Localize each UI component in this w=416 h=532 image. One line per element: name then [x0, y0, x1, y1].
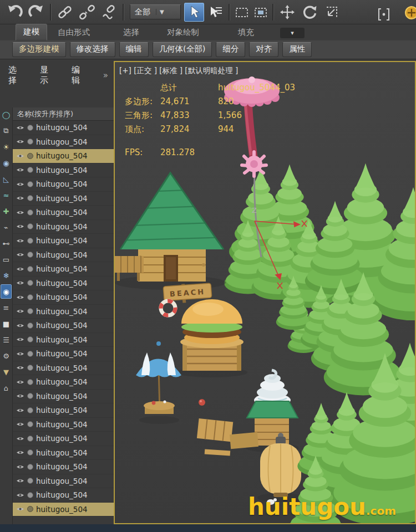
scene-explorer-row[interactable]: huitugou_504: [13, 333, 114, 347]
render-dot-icon[interactable]: [27, 365, 33, 371]
scene-explorer-row[interactable]: huitugou_504: [13, 390, 114, 404]
scene-explorer-row[interactable]: huitugou_504: [13, 361, 114, 376]
detail-list-icon[interactable]: ☰: [1, 332, 12, 347]
selection-filter-dropdown[interactable]: 全部 ▼: [130, 4, 181, 19]
select-object-icon[interactable]: [184, 3, 204, 22]
select-and-link-icon[interactable]: [54, 2, 76, 22]
visibility-eye-icon[interactable]: [16, 294, 24, 300]
redo-icon[interactable]: [26, 2, 48, 22]
visibility-eye-icon[interactable]: [16, 153, 24, 159]
render-dot-icon[interactable]: [27, 125, 33, 131]
panel-modify-selection-button[interactable]: 修改选择: [70, 42, 115, 57]
visibility-eye-icon[interactable]: [16, 478, 24, 484]
scene-explorer-row[interactable]: huitugou_504: [13, 347, 114, 361]
render-dot-icon[interactable]: [27, 449, 33, 456]
filter-settings-icon[interactable]: ⚙: [1, 349, 12, 363]
render-dot-icon[interactable]: [27, 351, 33, 357]
render-dot-icon[interactable]: [27, 209, 33, 216]
viewport-label[interactable]: [+] [正交 ] [标准 ] [默认明暗处理 ]: [119, 66, 238, 76]
display-lights-icon[interactable]: ☀: [1, 140, 12, 154]
folder-icon[interactable]: ⌂: [1, 381, 12, 395]
scene-explorer-row[interactable]: huitugou_504: [13, 375, 114, 390]
scene-explorer-row[interactable]: huitugou_504: [13, 262, 114, 277]
render-dot-icon[interactable]: [27, 223, 33, 229]
visibility-eye-icon[interactable]: [16, 365, 24, 371]
render-dot-icon[interactable]: [27, 181, 33, 187]
visibility-eye-icon[interactable]: [16, 464, 24, 470]
render-dot-icon[interactable]: [27, 436, 33, 442]
solid-square-icon[interactable]: ■: [1, 316, 12, 331]
visibility-eye-icon[interactable]: [16, 125, 24, 131]
scene-explorer-row[interactable]: huitugou_504: [13, 177, 114, 192]
undo-icon[interactable]: [3, 2, 26, 22]
visibility-eye-icon[interactable]: [16, 449, 24, 456]
scene-explorer-row[interactable]: huitugou_504: [13, 403, 114, 418]
visibility-eye-icon[interactable]: [16, 167, 24, 173]
display-containers-icon[interactable]: ⊷: [1, 236, 12, 250]
render-dot-icon[interactable]: [27, 266, 33, 272]
scene-explorer-row[interactable]: huitugou_504: [13, 277, 114, 291]
scene-explorer-row[interactable]: huitugou_504: [13, 192, 114, 206]
scene-explorer-row[interactable]: huitugou_504: [13, 206, 114, 220]
render-dot-icon[interactable]: [27, 153, 33, 159]
visibility-eye-icon[interactable]: [16, 323, 24, 329]
panel-properties-button[interactable]: 属性: [282, 42, 312, 57]
render-dot-icon[interactable]: [27, 252, 33, 258]
render-dot-icon[interactable]: [27, 280, 33, 286]
select-and-move-icon[interactable]: [276, 2, 298, 22]
render-dot-icon[interactable]: [27, 393, 33, 399]
visibility-eye-icon[interactable]: [16, 181, 24, 187]
panel-subdivision-button[interactable]: 细分: [216, 42, 245, 57]
render-dot-icon[interactable]: [27, 195, 33, 201]
select-and-rotate-icon[interactable]: [298, 2, 321, 22]
scene-explorer-row[interactable]: huitugou_504: [13, 135, 114, 150]
tab-freeform[interactable]: 自由形式: [50, 25, 97, 40]
render-dot-icon[interactable]: [27, 308, 33, 314]
explorer-collapse-button[interactable]: »: [103, 70, 108, 80]
window-crossing-icon[interactable]: [251, 2, 270, 22]
render-dot-icon[interactable]: [27, 464, 33, 470]
scene-explorer-row[interactable]: huitugou_504: [13, 460, 114, 474]
render-dot-icon[interactable]: [27, 421, 33, 427]
visibility-eye-icon[interactable]: [16, 407, 24, 413]
scene-explorer-row[interactable]: huitugou_504: [13, 163, 114, 178]
selection-filter-icon[interactable]: ▼: [1, 365, 12, 379]
render-dot-icon[interactable]: [27, 492, 33, 498]
visibility-eye-icon[interactable]: [16, 379, 24, 385]
list-view-icon[interactable]: ≡: [1, 300, 12, 315]
display-bones-icon[interactable]: ⌁: [1, 220, 12, 234]
render-dot-icon[interactable]: [27, 478, 33, 484]
sort-header[interactable]: 名称(按升序排序): [13, 108, 114, 121]
explorer-tab-display[interactable]: 显示: [40, 65, 57, 86]
panel-align-button[interactable]: 对齐: [249, 42, 278, 57]
display-hidden-icon[interactable]: ◉: [1, 284, 12, 299]
visibility-eye-icon[interactable]: [16, 139, 24, 145]
select-and-manipulate-icon[interactable]: [400, 3, 416, 23]
visibility-eye-icon[interactable]: [16, 195, 24, 201]
scene-explorer-row[interactable]: huitugou_504: [13, 474, 114, 489]
explorer-tab-edit[interactable]: 编辑: [72, 65, 88, 86]
render-dot-icon[interactable]: [27, 238, 33, 244]
scene-explorer-row[interactable]: huitugou_504: [13, 503, 114, 517]
tab-selection[interactable]: 选择: [116, 25, 146, 40]
scene-explorer-row[interactable]: huitugou_504: [13, 248, 114, 263]
scene-explorer-row[interactable]: huitugou_504: [13, 418, 114, 432]
scene-explorer-row[interactable]: huitugou_504: [13, 319, 114, 333]
display-helpers-icon[interactable]: ◺: [1, 172, 12, 186]
keyboard-override-icon[interactable]: [373, 4, 395, 24]
display-frozen-icon[interactable]: ❄: [1, 268, 12, 283]
visibility-eye-icon[interactable]: [16, 436, 24, 442]
render-dot-icon[interactable]: [27, 139, 33, 145]
render-dot-icon[interactable]: [27, 167, 33, 173]
render-dot-icon[interactable]: [27, 323, 33, 329]
visibility-eye-icon[interactable]: [16, 280, 24, 286]
visibility-eye-icon[interactable]: [16, 209, 24, 216]
visibility-eye-icon[interactable]: [16, 393, 24, 399]
render-dot-icon[interactable]: [27, 294, 33, 300]
scene-explorer-row[interactable]: huitugou_504: [13, 305, 114, 319]
visibility-eye-icon[interactable]: [16, 336, 24, 342]
visibility-eye-icon[interactable]: [16, 266, 24, 272]
visibility-eye-icon[interactable]: [16, 252, 24, 258]
display-geometry-icon[interactable]: ◯: [1, 108, 12, 122]
display-space-warps-icon[interactable]: ≈: [1, 188, 12, 202]
